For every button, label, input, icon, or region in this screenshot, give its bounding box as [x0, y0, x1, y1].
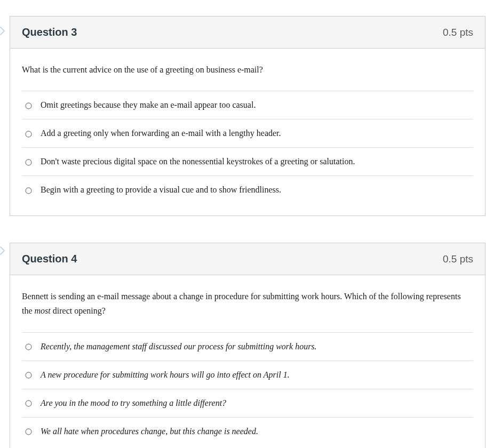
answer-option[interactable]: Add a greeting only when forwarding an e…	[22, 119, 473, 148]
question-body: What is the current advice on the use of…	[10, 49, 485, 215]
answer-label: Begin with a greeting to provide a visua…	[41, 183, 281, 196]
answer-label: Add a greeting only when forwarding an e…	[41, 127, 281, 140]
svg-point-7	[26, 429, 31, 435]
answer-list: Omit greetings because they make an e-ma…	[22, 91, 473, 204]
answer-option[interactable]: Recently, the management staff discussed…	[22, 333, 473, 361]
question-header: Question 4 0.5 pts	[10, 243, 485, 275]
question-title: Question 4	[22, 253, 77, 265]
answer-label: Don't waste precious digital space on th…	[41, 155, 355, 168]
answer-list: Recently, the management staff discussed…	[22, 332, 473, 445]
chevron-right-icon	[0, 27, 5, 35]
question-header: Question 3 0.5 pts	[10, 17, 485, 49]
answer-option[interactable]: Are you in the mood to try something a l…	[22, 389, 473, 418]
answer-option[interactable]: A new procedure for submitting work hour…	[22, 361, 473, 389]
answer-option[interactable]: Don't waste precious digital space on th…	[22, 148, 473, 176]
radio-icon	[25, 130, 32, 137]
svg-point-2	[26, 159, 31, 165]
answer-option[interactable]: Omit greetings because they make an e-ma…	[22, 91, 473, 119]
answer-option[interactable]: Begin with a greeting to provide a visua…	[22, 176, 473, 204]
question-body: Bennett is sending an e-mail message abo…	[10, 275, 485, 448]
question-points: 0.5 pts	[443, 253, 473, 265]
svg-point-4	[26, 344, 31, 350]
radio-icon	[25, 187, 32, 194]
radio-icon	[25, 371, 32, 378]
question-card: Question 4 0.5 pts Bennett is sending an…	[10, 243, 485, 448]
svg-point-0	[26, 103, 31, 109]
radio-icon	[25, 428, 32, 435]
question-points: 0.5 pts	[443, 27, 473, 38]
radio-icon	[25, 158, 32, 165]
answer-label: Recently, the management staff discussed…	[41, 340, 317, 353]
chevron-right-icon	[0, 246, 5, 255]
radio-icon	[25, 399, 32, 406]
answer-option[interactable]: We all hate when procedures change, but …	[22, 418, 473, 445]
radio-icon	[25, 102, 32, 109]
question-card: Question 3 0.5 pts What is the current a…	[10, 16, 485, 216]
question-prompt: Bennett is sending an e-mail message abo…	[22, 289, 473, 318]
answer-label: Are you in the mood to try something a l…	[41, 397, 226, 410]
svg-point-6	[26, 401, 31, 406]
question-prompt: What is the current advice on the use of…	[22, 62, 473, 77]
svg-point-1	[26, 131, 31, 137]
answer-label: A new procedure for submitting work hour…	[41, 369, 290, 381]
answer-label: We all hate when procedures change, but …	[41, 425, 258, 438]
question-title: Question 3	[22, 26, 77, 38]
radio-icon	[25, 343, 32, 350]
answer-label: Omit greetings because they make an e-ma…	[41, 99, 256, 111]
svg-point-3	[26, 188, 31, 194]
svg-point-5	[26, 372, 31, 378]
